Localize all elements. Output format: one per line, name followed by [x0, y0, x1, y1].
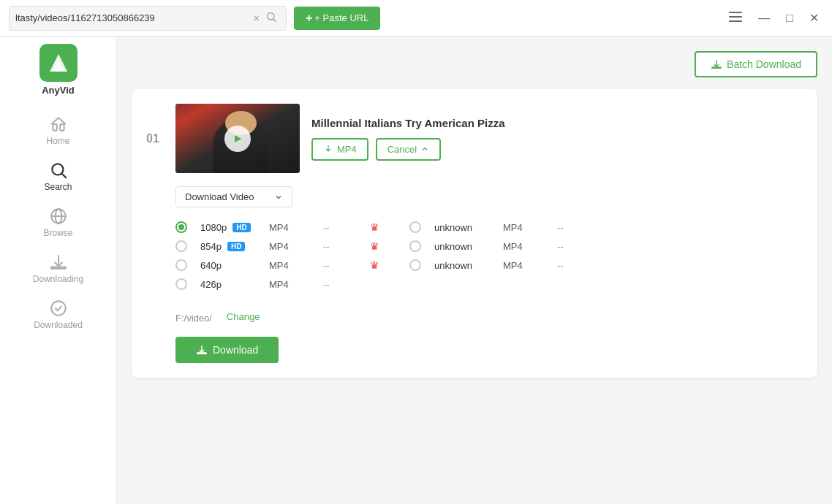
- svg-rect-4: [729, 20, 742, 22]
- dropdown-label: Download Video: [185, 191, 254, 202]
- radio-640p[interactable]: [175, 259, 187, 271]
- batch-download-button[interactable]: Batch Download: [695, 51, 817, 77]
- logo-icon: [39, 44, 77, 82]
- svg-point-7: [52, 164, 63, 175]
- window-minimize-button[interactable]: —: [754, 10, 774, 26]
- paste-url-label: + Paste URL: [314, 12, 368, 23]
- paste-url-button[interactable]: + + Paste URL: [294, 7, 380, 30]
- radio-unknown-1[interactable]: [409, 221, 421, 233]
- sidebar-item-downloaded[interactable]: Downloaded: [0, 291, 116, 337]
- quality-row-640p: 640p MP4 -- ♛ unknown MP4 --: [175, 256, 803, 275]
- url-text: ltasty/videos/1162713050866239: [15, 12, 251, 23]
- quality-row-854p: 854p HD MP4 -- ♛ unknown MP4 --: [175, 237, 803, 256]
- radio-854p[interactable]: [175, 240, 187, 252]
- content-area: Batch Download 01: [117, 37, 832, 504]
- svg-rect-2: [729, 12, 742, 13]
- video-info: Millennial Italians Try American Pizza M…: [311, 117, 803, 161]
- logo-label: AnyVid: [42, 85, 75, 96]
- url-bar: ltasty/videos/1162713050866239 ×: [9, 6, 287, 31]
- sidebar-item-search[interactable]: Search: [0, 153, 116, 199]
- title-bar: ltasty/videos/1162713050866239 × + + Pas…: [0, 0, 832, 37]
- quality-row-1080p: 1080p HD MP4 -- ♛ unknown MP4 --: [175, 218, 803, 237]
- footer-row: Download: [175, 337, 803, 363]
- cancel-button[interactable]: Cancel: [376, 138, 441, 161]
- sidebar: AnyVid Home Search Browse: [0, 37, 117, 504]
- svg-point-12: [51, 301, 66, 316]
- url-search-button[interactable]: [262, 9, 280, 26]
- sidebar-item-downloading[interactable]: Downloading: [0, 245, 116, 291]
- resolution-426p: 426p: [200, 279, 266, 290]
- radio-unknown-2[interactable]: [409, 240, 421, 252]
- crown-icon-640p: ♛: [370, 259, 406, 271]
- content-header: Batch Download: [132, 51, 817, 77]
- app-logo: AnyVid: [39, 44, 77, 96]
- radio-1080p[interactable]: [175, 221, 187, 233]
- sidebar-item-search-label: Search: [44, 182, 72, 192]
- sidebar-item-home-label: Home: [46, 136, 69, 146]
- window-menu-button[interactable]: [725, 10, 746, 26]
- quality-row-426p: 426p MP4 --: [175, 275, 803, 294]
- mp4-label: MP4: [337, 144, 357, 155]
- svg-rect-5: [53, 124, 56, 131]
- resolution-854p: 854p HD: [200, 241, 266, 252]
- radio-unknown-3[interactable]: [409, 259, 421, 271]
- download-type-dropdown[interactable]: Download Video: [175, 186, 292, 207]
- radio-426p[interactable]: [175, 278, 187, 290]
- video-title: Millennial Italians Try American Pizza: [311, 117, 803, 129]
- video-actions: MP4 Cancel: [311, 138, 803, 161]
- video-card: 01: [132, 89, 817, 378]
- quality-grid: 1080p HD MP4 -- ♛ unknown MP4 --: [175, 218, 803, 294]
- svg-point-0: [268, 13, 274, 20]
- mp4-button[interactable]: MP4: [311, 138, 368, 161]
- paste-url-plus-icon: +: [306, 12, 312, 25]
- url-clear-button[interactable]: ×: [251, 11, 262, 26]
- video-thumbnail: [175, 104, 300, 173]
- crown-icon-1080p: ♛: [370, 221, 406, 233]
- sidebar-item-downloading-label: Downloading: [33, 274, 83, 284]
- resolution-640p: 640p: [200, 260, 266, 271]
- sidebar-item-browse-label: Browse: [43, 228, 72, 238]
- sidebar-item-downloaded-label: Downloaded: [34, 320, 83, 330]
- sidebar-item-home[interactable]: Home: [0, 107, 116, 153]
- window-controls: — □ ✕: [725, 9, 823, 26]
- options-section: Download Video 1080p HD MP4: [146, 186, 803, 363]
- folder-path: F:/video/: [175, 313, 212, 324]
- svg-line-1: [273, 19, 276, 22]
- download-label: Download: [213, 344, 258, 356]
- svg-rect-3: [729, 16, 742, 18]
- main-layout: AnyVid Home Search Browse: [0, 37, 832, 504]
- svg-marker-13: [235, 135, 241, 142]
- cancel-label: Cancel: [387, 144, 417, 155]
- change-link[interactable]: Change: [227, 311, 260, 322]
- play-button-overlay[interactable]: [224, 126, 251, 152]
- svg-line-8: [61, 174, 66, 178]
- crown-icon-854p: ♛: [370, 240, 406, 252]
- window-close-button[interactable]: ✕: [805, 9, 823, 26]
- video-number: 01: [146, 132, 164, 145]
- batch-download-label: Batch Download: [727, 58, 801, 70]
- window-maximize-button[interactable]: □: [782, 10, 798, 26]
- sidebar-item-browse[interactable]: Browse: [0, 199, 116, 245]
- download-button[interactable]: Download: [175, 337, 279, 363]
- resolution-1080p: 1080p HD: [200, 222, 266, 233]
- svg-rect-6: [60, 124, 64, 131]
- video-header: 01: [146, 104, 803, 173]
